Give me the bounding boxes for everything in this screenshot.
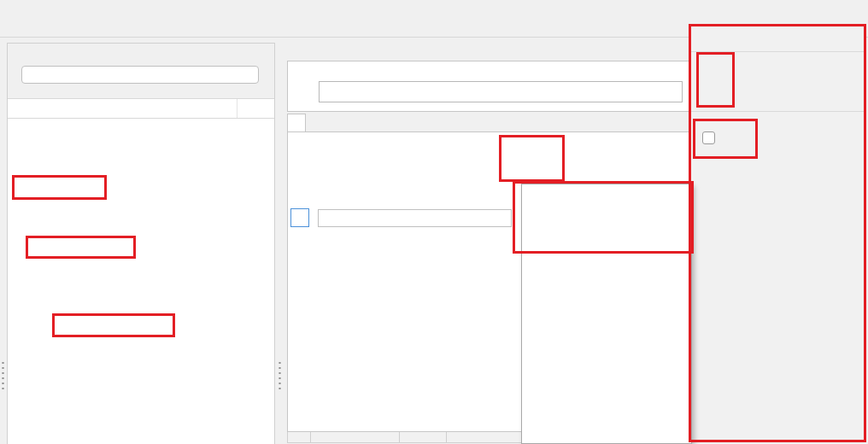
tree-header[interactable]	[8, 98, 274, 119]
document-tabstrip	[290, 43, 690, 61]
panel-splitter-grip[interactable]	[278, 360, 282, 389]
issuer-filter-input[interactable]	[319, 81, 683, 102]
tab-lista-dokumentow[interactable]	[287, 114, 306, 131]
parameters-panel	[690, 26, 866, 444]
issuer-row	[292, 80, 683, 102]
divider	[691, 51, 866, 52]
save-button[interactable]	[699, 56, 738, 58]
issuer-groupbox	[287, 61, 690, 112]
divider	[691, 111, 866, 112]
grid-search-row	[290, 207, 512, 228]
parameters-buttons	[699, 56, 788, 58]
favorites-column-icon[interactable]	[237, 99, 274, 118]
grid-search-box	[318, 209, 512, 227]
akcja-context-menu	[521, 184, 692, 444]
refresh-issuer-button[interactable]	[292, 80, 314, 102]
window-resize-grip[interactable]	[1, 360, 5, 389]
category-panel	[7, 43, 275, 444]
application-window	[0, 0, 868, 444]
grid-search-input[interactable]	[326, 210, 511, 226]
accept-checkbox[interactable]	[702, 131, 715, 144]
search-input[interactable]	[21, 66, 259, 84]
grid-search-button[interactable]	[290, 208, 309, 227]
category-tree	[8, 119, 274, 444]
cancel-button[interactable]	[748, 56, 788, 58]
